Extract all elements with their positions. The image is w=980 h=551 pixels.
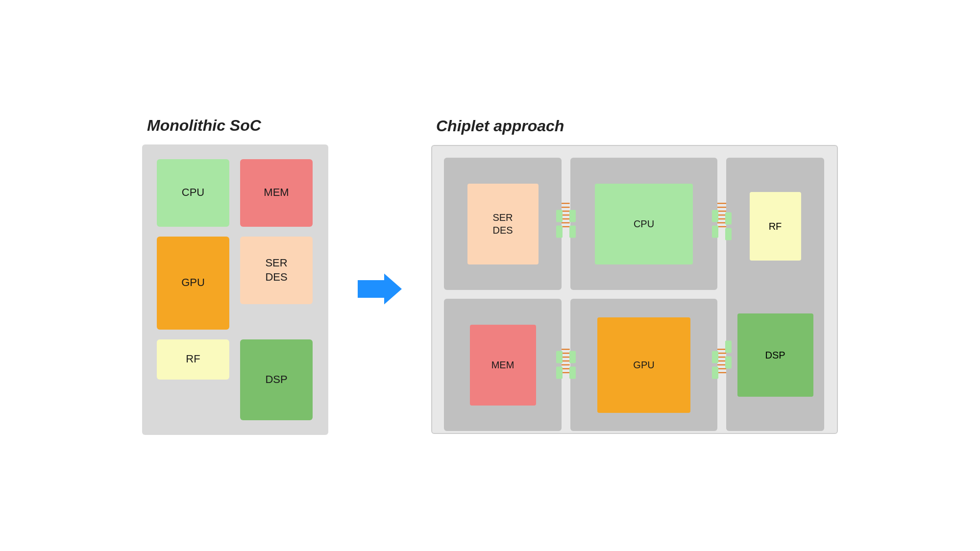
chiplet-right-column: RF DSP <box>726 158 824 431</box>
chiplet-gpu-die: GPU <box>570 299 717 431</box>
pad <box>556 367 563 379</box>
cpu-left-pads <box>569 210 576 238</box>
pad <box>569 210 576 222</box>
right-col-left-pads-top <box>725 212 732 240</box>
chiplet-title: Chiplet approach <box>436 117 564 135</box>
pad <box>556 226 563 238</box>
arrow-icon <box>358 269 402 309</box>
chiplet-inner-grid: SERDES CPU <box>444 158 825 421</box>
serdes-right-pads <box>556 210 563 238</box>
chiplet-cpu-die: CPU <box>570 158 717 290</box>
mono-cpu: CPU <box>157 159 229 227</box>
cpu-right-pads <box>712 210 718 238</box>
right-col-left-pads-bot <box>725 340 732 368</box>
chiplet-rf-block: RF <box>750 192 801 261</box>
pad <box>712 351 718 363</box>
pad <box>556 210 563 222</box>
pad <box>725 212 732 224</box>
pad <box>725 228 732 240</box>
mono-rf: RF <box>157 339 229 380</box>
chiplet-serdes-block: SERDES <box>467 184 539 264</box>
svg-marker-0 <box>358 274 402 305</box>
chiplet-mem-block: MEM <box>470 325 536 406</box>
pad <box>569 226 576 238</box>
mono-serdes: SERDES <box>240 237 313 304</box>
chiplet-dsp-block: DSP <box>737 313 813 397</box>
chiplet-gpu-block: GPU <box>597 317 690 413</box>
pad <box>725 340 732 353</box>
right-section: Chiplet approach <box>431 117 838 434</box>
monolithic-title: Monolithic SoC <box>147 117 261 135</box>
mono-gpu: GPU <box>157 237 229 330</box>
gpu-left-pads <box>569 351 576 379</box>
chiplet-board: SERDES CPU <box>431 145 838 434</box>
pad <box>712 210 718 222</box>
pad <box>712 226 718 238</box>
pad <box>725 356 732 368</box>
mono-dsp: DSP <box>240 339 313 420</box>
left-section: Monolithic SoC CPU MEM GPU SERDES RF DSP <box>142 117 328 435</box>
chiplet-serdes-die: SERDES <box>444 158 562 290</box>
pad <box>556 351 563 363</box>
pad <box>712 367 718 379</box>
arrow-container <box>358 242 402 309</box>
gpu-right-pads <box>712 351 718 379</box>
mono-mem: MEM <box>240 159 313 227</box>
monolithic-board: CPU MEM GPU SERDES RF DSP <box>142 144 328 435</box>
chiplet-cpu-block: CPU <box>595 184 693 264</box>
pad <box>569 351 576 363</box>
pad <box>569 367 576 379</box>
main-container: Monolithic SoC CPU MEM GPU SERDES RF DSP… <box>0 0 980 551</box>
mem-right-pads <box>556 351 563 379</box>
chiplet-mem-die: MEM <box>444 299 562 431</box>
